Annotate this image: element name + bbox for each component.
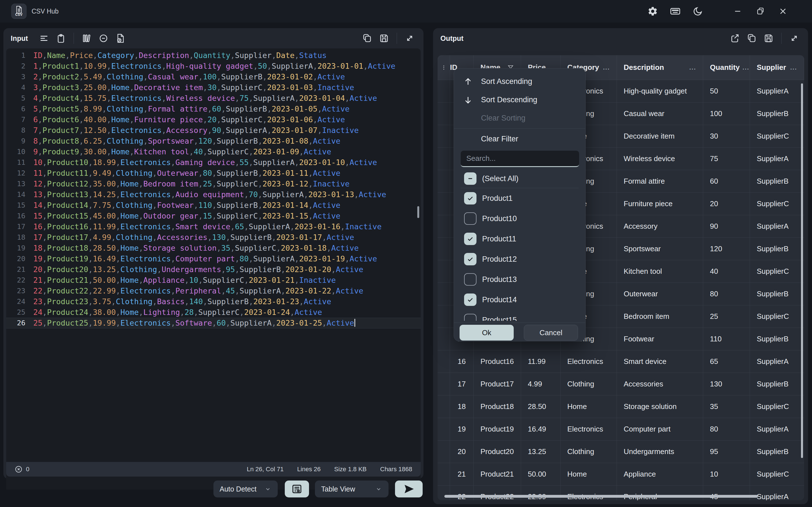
expand-output-button[interactable] bbox=[788, 32, 801, 45]
editor-line[interactable]: 1413,Product13,14.25,Electronics,Audio e… bbox=[6, 189, 421, 200]
filter-ok-button[interactable]: Ok bbox=[460, 325, 514, 341]
paste-button[interactable] bbox=[54, 32, 67, 45]
row-menu-cell[interactable] bbox=[438, 103, 450, 125]
editor-line[interactable]: 1918,Product18,28.50,Home,Storage soluti… bbox=[6, 243, 421, 253]
theme-toggle-button[interactable] bbox=[691, 5, 704, 18]
row-menu-cell[interactable] bbox=[438, 418, 450, 441]
column-header-description[interactable]: Description... bbox=[617, 55, 703, 80]
form-view-button[interactable] bbox=[285, 481, 309, 497]
settings-button[interactable] bbox=[646, 5, 659, 18]
filter-cancel-button[interactable]: Cancel bbox=[524, 325, 578, 341]
filter-option-product13[interactable]: Product13 bbox=[454, 269, 585, 290]
row-menu-cell[interactable] bbox=[438, 328, 450, 350]
column-menu-dots[interactable]: ... bbox=[790, 64, 797, 71]
editor-line[interactable]: 98,Product8,6.25,Clothing,Sportswear,120… bbox=[6, 136, 421, 147]
link-button[interactable] bbox=[97, 32, 110, 45]
select-all-option[interactable]: (Select All) bbox=[454, 169, 585, 188]
save-output-button[interactable] bbox=[762, 32, 775, 45]
option-checkbox[interactable] bbox=[464, 293, 476, 306]
option-checkbox[interactable] bbox=[464, 212, 476, 225]
view-select[interactable]: Table View bbox=[315, 481, 389, 497]
editor-scrollbar[interactable] bbox=[417, 206, 419, 218]
editor-line[interactable]: 21,Product1,10.99,Electronics,High-quali… bbox=[6, 61, 421, 71]
minimize-button[interactable] bbox=[731, 5, 744, 18]
editor-line[interactable]: 2120,Product20,13.25,Clothing,Undergarme… bbox=[6, 264, 421, 275]
expand-input-button[interactable] bbox=[403, 32, 416, 45]
row-menu-cell[interactable] bbox=[438, 373, 450, 395]
editor-line[interactable]: 1312,Product12,35.00,Home,Bedroom item,2… bbox=[6, 179, 421, 189]
row-menu-cell[interactable] bbox=[438, 80, 450, 103]
filter-option-product11[interactable]: Product11 bbox=[454, 229, 585, 249]
column-menu-dots[interactable]: ... bbox=[742, 64, 749, 71]
filter-option-product14[interactable]: Product14 bbox=[454, 290, 585, 310]
select-all-checkbox[interactable] bbox=[464, 172, 476, 185]
run-convert-button[interactable] bbox=[395, 481, 423, 497]
format-button[interactable] bbox=[38, 32, 50, 45]
editor-line[interactable]: 2423,Product23,3.75,Clothing,Basics,140,… bbox=[6, 296, 421, 307]
row-menu-cell[interactable] bbox=[438, 441, 450, 463]
table-row[interactable]: 20Product2013.25ClothingUndergarments95S… bbox=[438, 441, 804, 463]
option-checkbox[interactable] bbox=[464, 192, 476, 205]
table-row[interactable]: 19Product1916.49ElectronicsComputer part… bbox=[438, 418, 804, 441]
editor-line[interactable]: 2019,Product19,16.49,Electronics,Compute… bbox=[6, 253, 421, 264]
editor-line[interactable]: 2625,Product25,19.99,Electronics,Softwar… bbox=[6, 318, 421, 328]
table-row[interactable]: 16Product1611.99ElectronicsSmart device6… bbox=[438, 350, 804, 373]
option-checkbox[interactable] bbox=[464, 253, 476, 265]
editor-line[interactable]: 1514,Product14,7.75,Clothing,Footwear,11… bbox=[6, 200, 421, 211]
sort-descending-item[interactable]: Sort Descending bbox=[454, 91, 585, 109]
table-vertical-scrollbar[interactable] bbox=[801, 83, 803, 458]
column-header-quantity[interactable]: Quantity... bbox=[703, 55, 750, 80]
editor-line[interactable]: 1ID,Name,Price,Category,Description,Quan… bbox=[6, 50, 421, 61]
editor-line[interactable]: 109,Product9,30.00,Home,Kitchen tool,40,… bbox=[6, 147, 421, 157]
filter-search-input[interactable] bbox=[461, 151, 579, 167]
filter-option-product12[interactable]: Product12 bbox=[454, 249, 585, 269]
table-row[interactable]: 21Product2150.00HomeAppliance10SupplierC bbox=[438, 463, 804, 486]
filter-option-product10[interactable]: Product10 bbox=[454, 209, 585, 229]
editor-line[interactable]: 1211,Product11,9.49,Clothing,Outerwear,8… bbox=[6, 168, 421, 179]
editor-line[interactable]: 1110,Product10,18.99,Electronics,Gaming … bbox=[6, 157, 421, 168]
csv-editor[interactable]: 1ID,Name,Price,Category,Description,Quan… bbox=[6, 48, 421, 490]
row-menu-cell[interactable] bbox=[438, 215, 450, 238]
row-menu-cell[interactable] bbox=[438, 463, 450, 486]
row-menu-cell[interactable] bbox=[438, 395, 450, 418]
editor-line[interactable]: 54,Product4,15.75,Electronics,Wireless d… bbox=[6, 93, 421, 104]
share-output-button[interactable] bbox=[728, 32, 741, 45]
editor-line[interactable]: 76,Product6,40.00,Home,Furniture piece,2… bbox=[6, 114, 421, 125]
table-row[interactable]: 18Product1828.50HomeStorage solution35Su… bbox=[438, 395, 804, 418]
column-menu-dots[interactable]: ... bbox=[603, 64, 610, 71]
row-menu-header[interactable] bbox=[438, 55, 450, 80]
file-export-button[interactable] bbox=[114, 32, 127, 45]
editor-line[interactable]: 87,Product7,12.50,Electronics,Accessory,… bbox=[6, 125, 421, 136]
copy-output-button[interactable] bbox=[745, 32, 758, 45]
save-input-button[interactable] bbox=[377, 32, 391, 45]
row-menu-cell[interactable] bbox=[438, 486, 450, 500]
sort-ascending-item[interactable]: Sort Ascending bbox=[454, 72, 585, 91]
editor-line[interactable]: 65,Product5,8.99,Clothing,Formal attire,… bbox=[6, 104, 421, 114]
row-menu-cell[interactable] bbox=[438, 193, 450, 215]
editor-line[interactable]: 1615,Product15,45.00,Home,Outdoor gear,1… bbox=[6, 211, 421, 221]
row-menu-cell[interactable] bbox=[438, 305, 450, 328]
editor-line[interactable]: 43,Product3,25.00,Home,Decorative item,3… bbox=[6, 82, 421, 93]
column-menu-dots[interactable]: ... bbox=[689, 64, 696, 71]
table-horizontal-scrollbar[interactable] bbox=[444, 495, 758, 498]
option-checkbox[interactable] bbox=[464, 273, 476, 286]
row-menu-cell[interactable] bbox=[438, 238, 450, 260]
option-checkbox[interactable] bbox=[464, 314, 476, 321]
filter-option-product15[interactable]: Product15 bbox=[454, 310, 585, 321]
row-menu-cell[interactable] bbox=[438, 350, 450, 373]
clear-filter-item[interactable]: Clear Filter bbox=[454, 130, 585, 148]
table-row[interactable]: 22Product2222.99ElectronicsPeripheral45S… bbox=[438, 486, 804, 500]
editor-line[interactable]: 32,Product2,5.49,Clothing,Casual wear,10… bbox=[6, 71, 421, 82]
row-menu-cell[interactable] bbox=[438, 283, 450, 305]
editor-line[interactable]: 2524,Product24,38.00,Home,Lighting,28,Su… bbox=[6, 307, 421, 318]
maximize-button[interactable] bbox=[754, 5, 767, 18]
editor-line[interactable]: 2322,Product22,22.99,Electronics,Periphe… bbox=[6, 286, 421, 296]
row-menu-cell[interactable] bbox=[438, 148, 450, 170]
row-menu-cell[interactable] bbox=[438, 170, 450, 193]
option-checkbox[interactable] bbox=[464, 233, 476, 245]
editor-line[interactable]: 2221,Product21,50.00,Home,Appliance,10,S… bbox=[6, 275, 421, 286]
table-row[interactable]: 17Product174.99ClothingAccessories130Sup… bbox=[438, 373, 804, 395]
format-select[interactable]: Auto Detect bbox=[213, 481, 278, 497]
row-menu-cell[interactable] bbox=[438, 125, 450, 148]
columns-button[interactable] bbox=[80, 32, 93, 45]
